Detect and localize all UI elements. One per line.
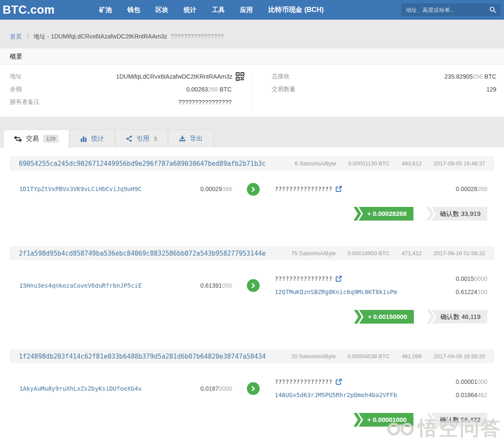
breadcrumb-owner-note: ???????????????? <box>170 33 224 40</box>
tab-export-label: 导出 <box>190 135 203 143</box>
timestamp: 2017-06-16 01:06:32 <box>434 250 485 256</box>
transaction-row: 2f1a598d95b4cd858749ba536ebc84069c883258… <box>10 246 494 324</box>
outputs-column: ???????????????? 0.00001000 148UGv5d63rJ… <box>275 375 487 402</box>
tab-transactions-label: 交易 <box>26 135 39 143</box>
input-amount: 0.01870000 <box>200 382 232 395</box>
received-value: 235.82905256 BTC <box>445 73 496 80</box>
nav-item-wallet[interactable]: 钱包 <box>127 6 140 14</box>
balance-change-badge: + 0.00150000 <box>354 310 414 324</box>
tab-stats[interactable]: 统计 <box>70 130 115 147</box>
nav-item-stats[interactable]: 统计 <box>184 6 196 14</box>
owner-note-label: 拥有者备注 <box>10 98 40 106</box>
balance-value: 0.00283268 BTC <box>186 86 231 93</box>
external-link-icon[interactable] <box>336 379 342 385</box>
output-address-link[interactable]: 148UGv5d63rJM5PU5Rhr2pDmeh4ba2VFFb <box>275 389 397 402</box>
input-row: 15Hnu3es4qnkezaCoveV6duRfrbnJP5ciE 0.613… <box>19 279 232 292</box>
fee-amount: 0.00001130 BTC <box>348 160 390 167</box>
transaction-header: 69054255ca245dc9026712449956bd9e296f787a… <box>10 156 494 171</box>
nav-item-apps[interactable]: 应用 <box>240 6 253 14</box>
received-label: 总接收 <box>272 73 290 80</box>
top-nav: BTC.com 矿池 钱包 区块 统计 工具 应用 比特币现金 (BCH) <box>0 0 504 20</box>
balance-label: 余额 <box>10 85 22 93</box>
output-address-unknown: ???????????????? <box>275 183 342 196</box>
tab-references-label: 引用 <box>137 135 149 143</box>
output-amount: 0.00028268 <box>456 183 487 196</box>
tab-stats-label: 统计 <box>91 135 104 143</box>
transaction-hash-link[interactable]: 69054255ca245dc9026712449956bd9e296f787a… <box>19 160 283 168</box>
breadcrumb-current: 地址 - 1DUMifqLdCRvx6tAzafwDC2tKRntRAAm3z <box>34 33 167 40</box>
input-amount: 0.61391050 <box>200 279 232 292</box>
tab-references[interactable]: 引用 3 <box>115 130 168 147</box>
transaction-row: 69054255ca245dc9026712449956bd9e296f787a… <box>10 156 494 221</box>
fee-amount: 0.00004538 BTC <box>348 353 390 360</box>
tab-transactions-count: 129 <box>43 135 59 143</box>
summary-right-column: 总接收 235.82905256 BTC 交易数量 129 <box>252 70 504 109</box>
confirmations-badge: 确认数 56,432 <box>426 413 487 427</box>
search-icon[interactable] <box>489 6 496 13</box>
summary-row-address: 地址 1DUMifqLdCRvx6tAzafwDC2tKRntRAAm3z <box>10 70 244 83</box>
breadcrumb-home-link[interactable]: 首页 <box>10 33 22 40</box>
transaction-hash-link[interactable]: 1f24898db203f414c62f81e033b6488b379d5a28… <box>19 353 279 360</box>
output-amount: 0.61224100 <box>456 286 487 299</box>
txcount-label: 交易数量 <box>272 85 296 93</box>
fee-rate: 20 Satoshis/vByte <box>291 353 336 360</box>
search-input[interactable] <box>401 7 489 13</box>
input-address-link[interactable]: 15Hnu3es4qnkezaCoveV6duRfrbnJP5ciE <box>19 279 142 292</box>
inputs-column: 15Hnu3es4qnkezaCoveV6duRfrbnJP5ciE 0.613… <box>19 279 232 292</box>
fee-amount: 0.00016950 BTC <box>348 250 390 256</box>
inputs-column: 1D1TYpZtVxPBVx3VK9vLCiHbCviJq9uH9C 0.000… <box>19 183 232 196</box>
search-box[interactable] <box>401 3 501 16</box>
tx-direction-arrow-icon[interactable] <box>247 183 260 196</box>
output-address-link[interactable]: 12QTMuKQznSBZRg8Knic6q9Mc8KT8k1sPm <box>275 286 397 299</box>
nav-item-blocks[interactable]: 区块 <box>155 6 168 14</box>
tab-transactions[interactable]: 交易 129 <box>3 130 69 147</box>
timestamp: 2017-09-05 16:46:37 <box>434 160 485 167</box>
output-row: ???????????????? 0.00028268 <box>275 183 487 196</box>
input-address-link[interactable]: 1AkyAuMu8y9ruXhLxZsZbyKsiDUfoeXG4x <box>19 382 142 395</box>
output-row: ???????????????? 0.00150000 <box>275 272 487 286</box>
input-address-link[interactable]: 1D1TYpZtVxPBVx3VK9vLCiHbCviJq9uH9C <box>19 183 142 196</box>
block-height: 483,612 <box>401 160 422 167</box>
nav-item-bch[interactable]: 比特币现金 (BCH) <box>268 6 324 15</box>
confirmations-badge: 确认数 33,919 <box>426 207 487 221</box>
input-amount: 0.00029398 <box>200 183 232 196</box>
bar-chart-icon <box>80 136 87 142</box>
transaction-row: 1f24898db203f414c62f81e033b6488b379d5a28… <box>10 349 494 427</box>
tx-direction-arrow-icon[interactable] <box>247 279 260 292</box>
transaction-hash-link[interactable]: 2f1a598d95b4cd858749ba536ebc84069c883258… <box>19 250 279 257</box>
transaction-header: 1f24898db203f414c62f81e033b6488b379d5a28… <box>10 349 494 363</box>
input-row: 1AkyAuMu8y9ruXhLxZsZbyKsiDUfoeXG4x 0.018… <box>19 382 232 395</box>
txcount-value: 129 <box>486 86 496 93</box>
inputs-column: 1AkyAuMu8y9ruXhLxZsZbyKsiDUfoeXG4x 0.018… <box>19 382 232 395</box>
nav-item-tools[interactable]: 工具 <box>212 6 225 14</box>
exchange-icon <box>14 136 22 142</box>
confirmations-badge: 确认数 46,119 <box>427 310 487 324</box>
balance-change-badge: + 0.00028268 <box>354 207 413 221</box>
summary-row-txcount: 交易数量 129 <box>272 83 496 96</box>
summary-left-column: 地址 1DUMifqLdCRvx6tAzafwDC2tKRntRAAm3z <box>0 70 252 109</box>
transactions-list: 69054255ca245dc9026712449956bd9e296f787a… <box>0 147 504 445</box>
outputs-column: ???????????????? 0.00150000 12QTMuKQznSB… <box>275 272 487 299</box>
btc-com-logo[interactable]: BTC.com <box>3 3 55 17</box>
summary-row-balance: 余额 0.00283268 BTC <box>10 83 244 96</box>
tab-export[interactable]: 导出 <box>168 130 214 147</box>
summary-row-owner-note: 拥有者备注 ???????????????? <box>10 96 244 109</box>
external-link-icon[interactable] <box>336 186 342 192</box>
nav-item-pool[interactable]: 矿池 <box>99 6 112 14</box>
output-row: ???????????????? 0.00001000 <box>275 375 487 389</box>
owner-note-value: ???????????????? <box>178 99 231 106</box>
fee-rate: 6 Satoshis/vByte <box>295 160 336 167</box>
outputs-column: ???????????????? 0.00028268 <box>275 183 487 196</box>
block-height: 461,099 <box>401 353 422 360</box>
output-amount: 0.00001000 <box>456 375 487 389</box>
tx-direction-arrow-icon[interactable] <box>247 382 260 395</box>
output-address-unknown: ???????????????? <box>275 375 342 389</box>
qr-code-icon[interactable] <box>236 72 244 81</box>
breadcrumb: 首页 / 地址 - 1DUMifqLdCRvx6tAzafwDC2tKRntRA… <box>0 20 504 48</box>
fee-rate: 75 Satoshis/vByte <box>291 250 336 256</box>
external-link-icon[interactable] <box>336 276 342 282</box>
summary-title: 概要 <box>0 48 504 65</box>
download-icon <box>179 136 186 142</box>
tab-references-count: 3 <box>154 136 157 142</box>
balance-change-badge: + 0.00001000 <box>354 413 413 427</box>
